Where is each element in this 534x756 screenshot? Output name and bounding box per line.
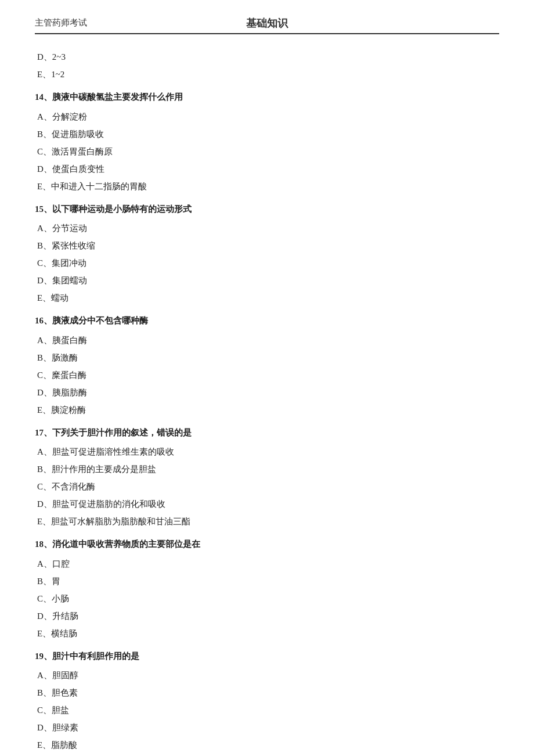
option-14-0: A、分解淀粉 [37, 108, 499, 125]
option-17-1: B、胆汁作用的主要成分是胆盐 [37, 460, 499, 478]
question-16: 16、胰液成分中不包含哪种酶A、胰蛋白酶B、肠激酶C、糜蛋白酶D、胰脂肪酶E、胰… [35, 312, 499, 419]
question-17: 17、下列关于胆汁作用的叙述，错误的是A、胆盐可促进脂溶性维生素的吸收B、胆汁作… [35, 424, 499, 531]
option-16-1: B、肠激酶 [37, 349, 499, 366]
question-text-14: 14、胰液中碳酸氢盐主要发挥什么作用 [35, 89, 499, 106]
content-area: D、2~3 E、1~2 14、胰液中碳酸氢盐主要发挥什么作用A、分解淀粉B、促进… [35, 48, 499, 756]
option-16-0: A、胰蛋白酶 [37, 332, 499, 349]
option-15-0: A、分节运动 [37, 219, 499, 237]
option-18-0: A、口腔 [37, 555, 499, 573]
option-14-2: C、激活胃蛋白酶原 [37, 143, 499, 160]
option-16-3: D、胰脂肪酶 [37, 384, 499, 401]
question-19: 19、胆汁中有利胆作用的是A、胆固醇B、胆色素C、胆盐D、胆绿素E、脂肪酸 [35, 648, 499, 754]
option-17-0: A、胆盐可促进脂溶性维生素的吸收 [37, 443, 499, 460]
header-center: 基础知识 [246, 16, 288, 30]
question-15: 15、以下哪种运动是小肠特有的运动形式A、分节运动B、紧张性收缩C、集团冲动D、… [35, 201, 499, 307]
question-text-18: 18、消化道中吸收营养物质的主要部位是在 [35, 536, 499, 553]
intro-option-d: D、2~3 [37, 48, 499, 66]
option-19-0: A、胆固醇 [37, 667, 499, 684]
option-16-4: E、胰淀粉酶 [37, 401, 499, 419]
option-17-3: D、胆盐可促进脂肪的消化和吸收 [37, 495, 499, 513]
question-text-16: 16、胰液成分中不包含哪种酶 [35, 312, 499, 329]
question-14: 14、胰液中碳酸氢盐主要发挥什么作用A、分解淀粉B、促进脂肪吸收C、激活胃蛋白酶… [35, 89, 499, 195]
option-15-4: E、蠕动 [37, 289, 499, 307]
option-15-2: C、集团冲动 [37, 254, 499, 272]
option-18-1: B、胃 [37, 573, 499, 590]
option-18-3: D、升结肠 [37, 607, 499, 625]
question-18: 18、消化道中吸收营养物质的主要部位是在A、口腔B、胃C、小肠D、升结肠E、横结… [35, 536, 499, 642]
option-15-3: D、集团蠕动 [37, 272, 499, 289]
option-16-2: C、糜蛋白酶 [37, 366, 499, 384]
option-17-2: C、不含消化酶 [37, 478, 499, 495]
intro-option-e: E、1~2 [37, 66, 499, 83]
option-18-2: C、小肠 [37, 590, 499, 607]
question-text-15: 15、以下哪种运动是小肠特有的运动形式 [35, 201, 499, 218]
option-19-3: D、胆绿素 [37, 719, 499, 736]
question-text-17: 17、下列关于胆汁作用的叙述，错误的是 [35, 424, 499, 441]
option-18-4: E、横结肠 [37, 625, 499, 642]
question-text-19: 19、胆汁中有利胆作用的是 [35, 648, 499, 665]
option-14-4: E、中和进入十二指肠的胃酸 [37, 178, 499, 195]
option-15-1: B、紧张性收缩 [37, 237, 499, 254]
option-14-1: B、促进脂肪吸收 [37, 125, 499, 143]
option-19-4: E、脂肪酸 [37, 736, 499, 754]
option-19-2: C、胆盐 [37, 701, 499, 719]
option-19-1: B、胆色素 [37, 684, 499, 701]
option-17-4: E、胆盐可水解脂肪为脂肪酸和甘油三酯 [37, 513, 499, 530]
option-14-3: D、使蛋白质变性 [37, 160, 499, 178]
header-left: 主管药师考试 [35, 17, 87, 28]
